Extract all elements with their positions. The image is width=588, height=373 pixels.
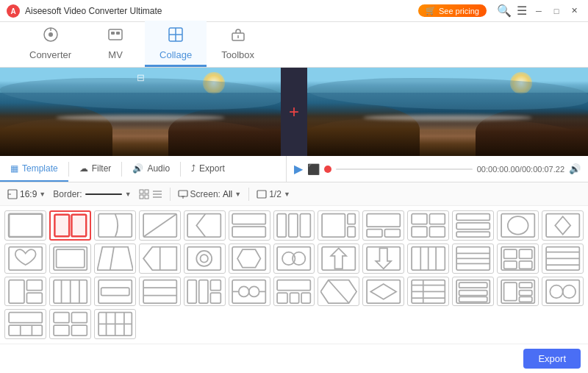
template-item[interactable]: [318, 210, 359, 241]
template-item[interactable]: [273, 277, 315, 307]
template-item[interactable]: [497, 277, 539, 307]
template-item[interactable]: [318, 244, 359, 274]
close-button[interactable]: ✕: [566, 3, 582, 19]
svg-rect-103: [188, 280, 197, 302]
template-item[interactable]: [49, 277, 91, 307]
template-item[interactable]: [94, 210, 136, 241]
template-item[interactable]: [273, 210, 315, 241]
template-item[interactable]: [4, 210, 46, 241]
svg-point-109: [249, 286, 259, 296]
add-divider[interactable]: +: [281, 68, 307, 156]
template-item[interactable]: [497, 244, 539, 274]
template-item[interactable]: [184, 244, 226, 274]
template-item[interactable]: [407, 277, 449, 307]
svg-rect-43: [385, 230, 401, 237]
template-item[interactable]: [229, 210, 270, 241]
template-item[interactable]: [139, 244, 181, 274]
stop-button[interactable]: ⬛: [307, 163, 320, 175]
svg-rect-113: [277, 293, 287, 303]
svg-point-135: [550, 285, 562, 297]
template-item[interactable]: [49, 244, 91, 274]
template-item[interactable]: [542, 244, 584, 274]
left-preview[interactable]: ⊟: [0, 68, 281, 156]
see-pricing-label: See pricing: [439, 7, 479, 15]
template-item[interactable]: [452, 210, 494, 241]
tab-toolbox-label: Toolbox: [221, 49, 254, 60]
grid-icon-1[interactable]: [139, 189, 149, 199]
svg-rect-17: [140, 195, 143, 199]
template-item[interactable]: [49, 309, 91, 339]
svg-rect-37: [301, 214, 311, 237]
ratio-select[interactable]: 16:9 ▼: [7, 189, 46, 199]
volume-icon[interactable]: 🔊: [569, 163, 581, 174]
tab-collage[interactable]: Collage: [145, 21, 207, 67]
title-bar: A Aiseesoft Video Converter Ultimate 🛒 S…: [0, 0, 588, 22]
tab-template[interactable]: ▦ Template: [0, 156, 68, 182]
template-item[interactable]: [94, 309, 136, 339]
template-item[interactable]: [362, 210, 404, 241]
template-item[interactable]: [139, 277, 181, 307]
screen-select[interactable]: Screen: All ▼: [178, 189, 242, 199]
svg-rect-33: [232, 214, 265, 224]
menu-icon-button[interactable]: ☰: [513, 2, 531, 20]
tab-export[interactable]: ⤴ Export: [181, 156, 235, 182]
ratio-dropdown-icon: ▼: [39, 191, 46, 198]
right-preview[interactable]: [307, 68, 588, 156]
svg-rect-41: [367, 214, 400, 227]
template-item[interactable]: [4, 309, 46, 339]
export-button[interactable]: Export: [523, 349, 581, 369]
template-item[interactable]: [229, 244, 270, 274]
grid-icon-2[interactable]: [152, 189, 162, 199]
template-item[interactable]: [94, 277, 136, 307]
svg-rect-125: [456, 280, 490, 302]
template-item[interactable]: [542, 277, 584, 307]
svg-rect-92: [26, 280, 42, 290]
template-item[interactable]: [452, 277, 494, 307]
tab-toolbox[interactable]: Toolbox: [207, 21, 269, 67]
time-display: 00:00:00.00/00:00:07.22: [477, 165, 564, 174]
template-item[interactable]: [497, 210, 539, 241]
search-icon-button[interactable]: 🔍: [495, 2, 513, 20]
template-item[interactable]: [362, 244, 404, 274]
toolbox-icon: [230, 26, 246, 46]
template-item[interactable]: [4, 244, 46, 274]
main-wrapper: ⊟ + ▦ Template: [0, 68, 588, 373]
cart-icon: 🛒: [426, 6, 436, 15]
template-item[interactable]: [452, 244, 494, 274]
minimize-button[interactable]: ─: [531, 3, 547, 19]
tab-collage-label: Collage: [159, 49, 192, 60]
template-item[interactable]: [4, 277, 46, 307]
audio-icon: 🔊: [132, 163, 143, 174]
template-item[interactable]: [407, 244, 449, 274]
screen-label: Screen:: [190, 189, 220, 199]
svg-rect-35: [277, 214, 286, 237]
tab-filter[interactable]: ☁ Filter: [69, 156, 122, 182]
maximize-button[interactable]: □: [548, 3, 564, 19]
template-item[interactable]: [139, 210, 181, 241]
template-item[interactable]: [184, 277, 226, 307]
fraction-value: 1/2: [269, 189, 282, 199]
template-item[interactable]: [542, 210, 584, 241]
template-item[interactable]: [49, 210, 91, 241]
template-item[interactable]: [184, 210, 226, 241]
tab-mv[interactable]: MV: [86, 21, 145, 67]
see-pricing-button[interactable]: 🛒 See pricing: [418, 4, 487, 17]
playback-controls: ▶ ⬛ 00:00:00.00/00:00:07.22 🔊: [287, 156, 588, 182]
template-item[interactable]: [362, 277, 404, 307]
template-item[interactable]: [273, 244, 315, 274]
template-item[interactable]: [229, 277, 270, 307]
svg-rect-72: [367, 247, 400, 270]
tab-converter[interactable]: Converter: [15, 21, 86, 67]
play-button[interactable]: ▶: [294, 162, 303, 176]
border-dropdown[interactable]: ▼: [125, 191, 132, 198]
template-item[interactable]: [318, 277, 359, 307]
template-item[interactable]: [94, 244, 136, 274]
svg-rect-86: [519, 261, 531, 269]
svg-rect-16: [145, 190, 148, 193]
progress-bar[interactable]: [336, 168, 473, 170]
svg-point-52: [508, 217, 528, 235]
template-item[interactable]: [407, 210, 449, 241]
fraction-select[interactable]: 1/2 ▼: [257, 189, 290, 199]
record-dot: [324, 166, 331, 173]
tab-audio[interactable]: 🔊 Audio: [122, 156, 180, 182]
